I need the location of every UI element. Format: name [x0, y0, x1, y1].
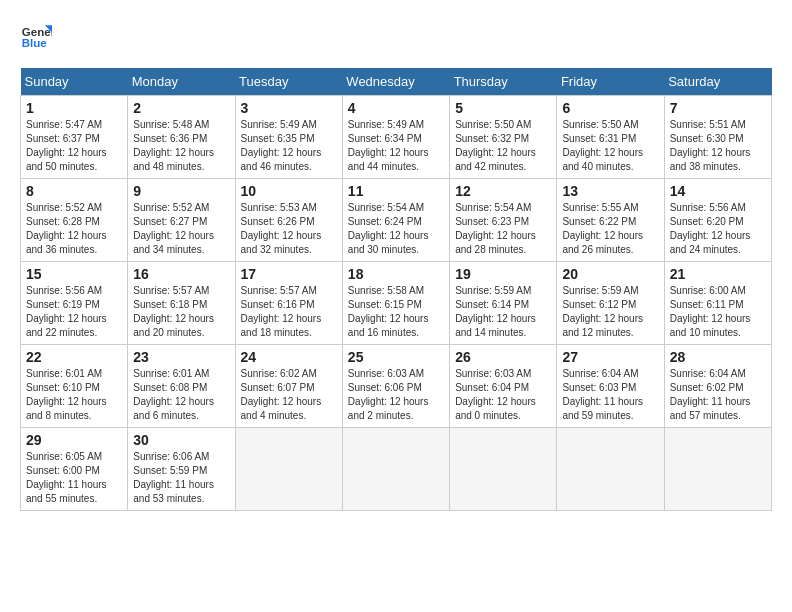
calendar-cell: 11Sunrise: 5:54 AM Sunset: 6:24 PM Dayli… [342, 179, 449, 262]
calendar-cell: 3Sunrise: 5:49 AM Sunset: 6:35 PM Daylig… [235, 96, 342, 179]
day-info: Sunrise: 6:02 AM Sunset: 6:07 PM Dayligh… [241, 367, 337, 423]
calendar-cell: 17Sunrise: 5:57 AM Sunset: 6:16 PM Dayli… [235, 262, 342, 345]
day-number: 24 [241, 349, 337, 365]
day-info: Sunrise: 5:53 AM Sunset: 6:26 PM Dayligh… [241, 201, 337, 257]
calendar-cell: 28Sunrise: 6:04 AM Sunset: 6:02 PM Dayli… [664, 345, 771, 428]
calendar-cell [450, 428, 557, 511]
day-info: Sunrise: 5:54 AM Sunset: 6:24 PM Dayligh… [348, 201, 444, 257]
day-number: 26 [455, 349, 551, 365]
day-info: Sunrise: 6:06 AM Sunset: 5:59 PM Dayligh… [133, 450, 229, 506]
calendar-cell: 10Sunrise: 5:53 AM Sunset: 6:26 PM Dayli… [235, 179, 342, 262]
calendar-week-4: 22Sunrise: 6:01 AM Sunset: 6:10 PM Dayli… [21, 345, 772, 428]
day-info: Sunrise: 5:59 AM Sunset: 6:12 PM Dayligh… [562, 284, 658, 340]
calendar-cell: 14Sunrise: 5:56 AM Sunset: 6:20 PM Dayli… [664, 179, 771, 262]
day-number: 2 [133, 100, 229, 116]
day-info: Sunrise: 6:01 AM Sunset: 6:10 PM Dayligh… [26, 367, 122, 423]
calendar-cell: 1Sunrise: 5:47 AM Sunset: 6:37 PM Daylig… [21, 96, 128, 179]
day-info: Sunrise: 5:50 AM Sunset: 6:31 PM Dayligh… [562, 118, 658, 174]
weekday-header-tuesday: Tuesday [235, 68, 342, 96]
day-number: 27 [562, 349, 658, 365]
day-number: 11 [348, 183, 444, 199]
day-number: 18 [348, 266, 444, 282]
calendar-cell: 7Sunrise: 5:51 AM Sunset: 6:30 PM Daylig… [664, 96, 771, 179]
calendar-cell: 13Sunrise: 5:55 AM Sunset: 6:22 PM Dayli… [557, 179, 664, 262]
calendar-cell: 8Sunrise: 5:52 AM Sunset: 6:28 PM Daylig… [21, 179, 128, 262]
weekday-header-friday: Friday [557, 68, 664, 96]
day-number: 9 [133, 183, 229, 199]
calendar-cell: 23Sunrise: 6:01 AM Sunset: 6:08 PM Dayli… [128, 345, 235, 428]
day-info: Sunrise: 5:50 AM Sunset: 6:32 PM Dayligh… [455, 118, 551, 174]
day-info: Sunrise: 5:52 AM Sunset: 6:28 PM Dayligh… [26, 201, 122, 257]
day-number: 8 [26, 183, 122, 199]
day-info: Sunrise: 5:56 AM Sunset: 6:19 PM Dayligh… [26, 284, 122, 340]
day-info: Sunrise: 5:56 AM Sunset: 6:20 PM Dayligh… [670, 201, 766, 257]
day-number: 23 [133, 349, 229, 365]
calendar-cell: 15Sunrise: 5:56 AM Sunset: 6:19 PM Dayli… [21, 262, 128, 345]
calendar-cell: 22Sunrise: 6:01 AM Sunset: 6:10 PM Dayli… [21, 345, 128, 428]
calendar-week-2: 8Sunrise: 5:52 AM Sunset: 6:28 PM Daylig… [21, 179, 772, 262]
calendar-cell: 12Sunrise: 5:54 AM Sunset: 6:23 PM Dayli… [450, 179, 557, 262]
day-number: 22 [26, 349, 122, 365]
calendar-cell: 29Sunrise: 6:05 AM Sunset: 6:00 PM Dayli… [21, 428, 128, 511]
logo: General Blue [20, 20, 52, 52]
day-info: Sunrise: 5:49 AM Sunset: 6:35 PM Dayligh… [241, 118, 337, 174]
calendar-cell: 6Sunrise: 5:50 AM Sunset: 6:31 PM Daylig… [557, 96, 664, 179]
weekday-header-wednesday: Wednesday [342, 68, 449, 96]
day-number: 28 [670, 349, 766, 365]
day-info: Sunrise: 5:48 AM Sunset: 6:36 PM Dayligh… [133, 118, 229, 174]
day-number: 30 [133, 432, 229, 448]
calendar-cell: 30Sunrise: 6:06 AM Sunset: 5:59 PM Dayli… [128, 428, 235, 511]
calendar-cell: 19Sunrise: 5:59 AM Sunset: 6:14 PM Dayli… [450, 262, 557, 345]
day-info: Sunrise: 5:58 AM Sunset: 6:15 PM Dayligh… [348, 284, 444, 340]
day-info: Sunrise: 5:55 AM Sunset: 6:22 PM Dayligh… [562, 201, 658, 257]
calendar-week-1: 1Sunrise: 5:47 AM Sunset: 6:37 PM Daylig… [21, 96, 772, 179]
day-info: Sunrise: 5:57 AM Sunset: 6:18 PM Dayligh… [133, 284, 229, 340]
day-info: Sunrise: 5:57 AM Sunset: 6:16 PM Dayligh… [241, 284, 337, 340]
logo-icon: General Blue [20, 20, 52, 52]
weekday-header-saturday: Saturday [664, 68, 771, 96]
day-number: 20 [562, 266, 658, 282]
day-number: 16 [133, 266, 229, 282]
calendar-cell: 18Sunrise: 5:58 AM Sunset: 6:15 PM Dayli… [342, 262, 449, 345]
calendar-cell: 21Sunrise: 6:00 AM Sunset: 6:11 PM Dayli… [664, 262, 771, 345]
calendar-cell: 16Sunrise: 5:57 AM Sunset: 6:18 PM Dayli… [128, 262, 235, 345]
weekday-header-sunday: Sunday [21, 68, 128, 96]
calendar-cell: 27Sunrise: 6:04 AM Sunset: 6:03 PM Dayli… [557, 345, 664, 428]
calendar-week-3: 15Sunrise: 5:56 AM Sunset: 6:19 PM Dayli… [21, 262, 772, 345]
calendar-cell: 9Sunrise: 5:52 AM Sunset: 6:27 PM Daylig… [128, 179, 235, 262]
day-info: Sunrise: 6:04 AM Sunset: 6:02 PM Dayligh… [670, 367, 766, 423]
calendar-cell [557, 428, 664, 511]
calendar-cell: 20Sunrise: 5:59 AM Sunset: 6:12 PM Dayli… [557, 262, 664, 345]
day-info: Sunrise: 6:01 AM Sunset: 6:08 PM Dayligh… [133, 367, 229, 423]
calendar-cell [664, 428, 771, 511]
calendar-cell: 25Sunrise: 6:03 AM Sunset: 6:06 PM Dayli… [342, 345, 449, 428]
page-header: General Blue [20, 20, 772, 52]
day-info: Sunrise: 5:54 AM Sunset: 6:23 PM Dayligh… [455, 201, 551, 257]
day-number: 15 [26, 266, 122, 282]
day-info: Sunrise: 6:00 AM Sunset: 6:11 PM Dayligh… [670, 284, 766, 340]
day-info: Sunrise: 5:47 AM Sunset: 6:37 PM Dayligh… [26, 118, 122, 174]
day-number: 4 [348, 100, 444, 116]
day-info: Sunrise: 5:49 AM Sunset: 6:34 PM Dayligh… [348, 118, 444, 174]
day-info: Sunrise: 6:04 AM Sunset: 6:03 PM Dayligh… [562, 367, 658, 423]
day-number: 25 [348, 349, 444, 365]
day-info: Sunrise: 5:52 AM Sunset: 6:27 PM Dayligh… [133, 201, 229, 257]
day-number: 17 [241, 266, 337, 282]
day-number: 6 [562, 100, 658, 116]
calendar-cell [235, 428, 342, 511]
day-number: 13 [562, 183, 658, 199]
day-info: Sunrise: 5:59 AM Sunset: 6:14 PM Dayligh… [455, 284, 551, 340]
day-number: 10 [241, 183, 337, 199]
day-number: 14 [670, 183, 766, 199]
svg-text:Blue: Blue [22, 37, 48, 49]
day-number: 19 [455, 266, 551, 282]
calendar-cell: 24Sunrise: 6:02 AM Sunset: 6:07 PM Dayli… [235, 345, 342, 428]
calendar-week-5: 29Sunrise: 6:05 AM Sunset: 6:00 PM Dayli… [21, 428, 772, 511]
weekday-header-thursday: Thursday [450, 68, 557, 96]
weekday-header-monday: Monday [128, 68, 235, 96]
day-number: 3 [241, 100, 337, 116]
day-number: 1 [26, 100, 122, 116]
day-number: 5 [455, 100, 551, 116]
day-number: 12 [455, 183, 551, 199]
weekday-header-row: SundayMondayTuesdayWednesdayThursdayFrid… [21, 68, 772, 96]
